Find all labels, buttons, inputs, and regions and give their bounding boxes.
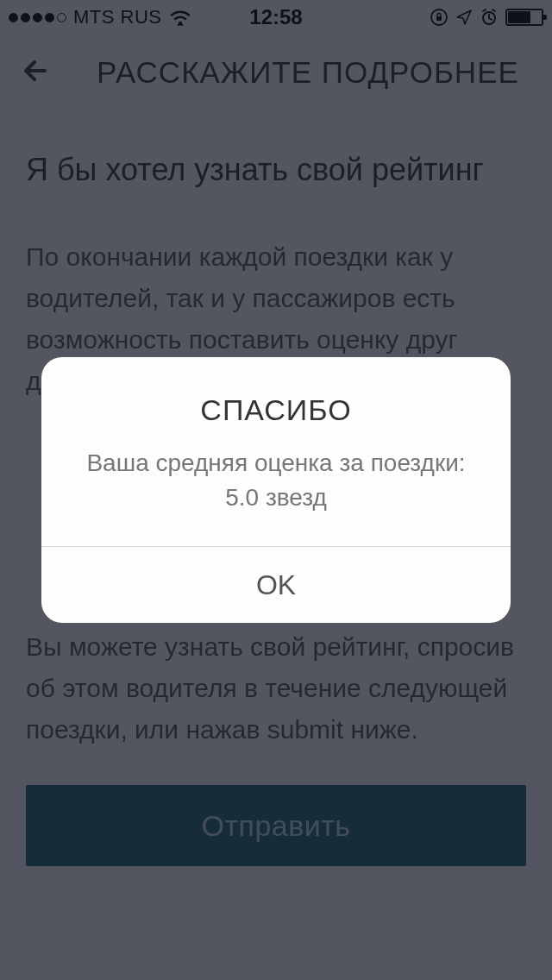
alert-dialog: СПАСИБО Ваша средняя оценка за поездки: … xyxy=(41,357,511,623)
app-screen: MTS RUS 12:58 xyxy=(0,0,552,980)
alert-ok-button[interactable]: OK xyxy=(41,547,511,623)
alert-message: Ваша средняя оценка за поездки: 5.0 звез… xyxy=(67,446,485,515)
alert-title: СПАСИБО xyxy=(67,393,485,427)
modal-backdrop[interactable]: СПАСИБО Ваша средняя оценка за поездки: … xyxy=(0,0,552,980)
alert-body: СПАСИБО Ваша средняя оценка за поездки: … xyxy=(41,357,511,546)
